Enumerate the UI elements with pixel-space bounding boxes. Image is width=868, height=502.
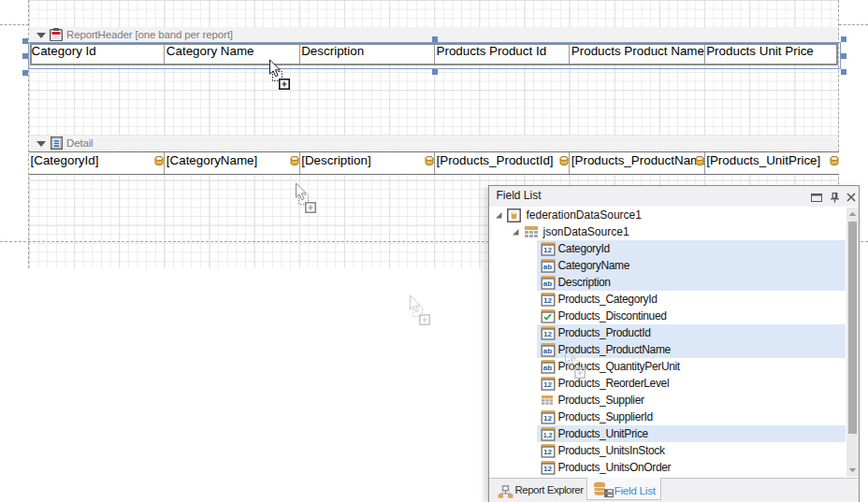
svg-text:ab: ab — [542, 347, 551, 355]
svg-text:12: 12 — [543, 448, 552, 456]
svg-text:ab: ab — [542, 263, 551, 271]
svg-text:ab: ab — [542, 364, 551, 372]
svg-text:12: 12 — [543, 246, 552, 254]
svg-text:12: 12 — [543, 330, 552, 338]
svg-text:12: 12 — [543, 296, 552, 305]
svg-text:12: 12 — [543, 380, 552, 389]
svg-text:1,2: 1,2 — [542, 432, 552, 439]
svg-text:12: 12 — [543, 465, 552, 473]
svg-text:12: 12 — [543, 414, 552, 423]
svg-text:ab: ab — [542, 280, 551, 288]
